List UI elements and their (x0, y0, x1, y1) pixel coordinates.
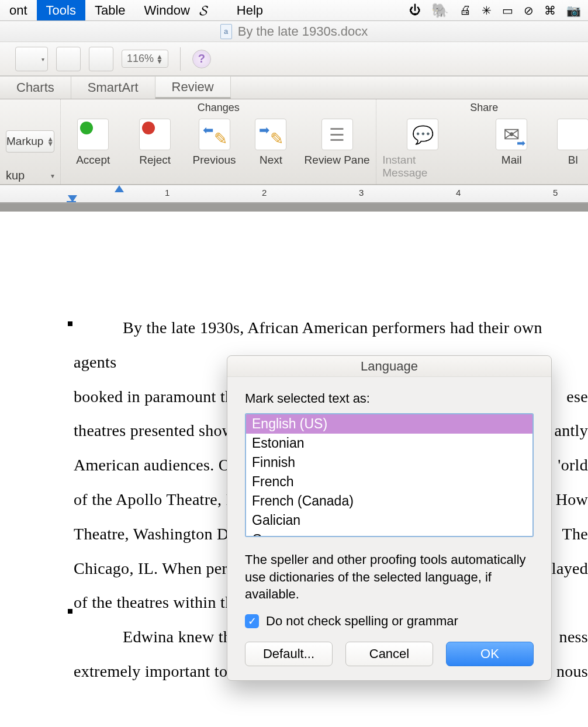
stepper-icon: ▲▼ (156, 54, 163, 64)
evernote-icon[interactable]: 🐘 (431, 2, 449, 19)
window-titlebar: a By the late 1930s.docx (0, 21, 588, 42)
display-icon[interactable]: ▭ (502, 4, 513, 18)
next-icon (255, 119, 286, 150)
ok-button[interactable]: OK (446, 642, 534, 666)
language-option[interactable]: Galician (246, 511, 532, 530)
checkbox-icon[interactable]: ✓ (245, 614, 259, 628)
doc-line: American audiences. O (74, 456, 230, 474)
language-option[interactable]: French (Canada) (246, 491, 532, 511)
group-title-share: Share (382, 102, 586, 114)
media-button[interactable] (89, 47, 113, 71)
tab-smartart[interactable]: SmartArt (71, 77, 155, 99)
horizontal-ruler[interactable]: 1 2 3 4 5 (0, 185, 588, 203)
script-icon[interactable]: 𝓢 (199, 2, 208, 18)
doc-line: 'orld (558, 448, 588, 483)
mail-label: Mail (501, 154, 522, 167)
language-listbox[interactable]: English (US) Estonian Finnish French Fre… (245, 413, 534, 537)
mail-button[interactable]: Mail (471, 119, 552, 179)
doc-line: of the theatres within the (74, 593, 241, 611)
sidebar-button[interactable] (56, 47, 81, 71)
quick-toolbar: 116% ▲▼ ? (0, 42, 588, 76)
doc-line: booked in paramount th (74, 387, 233, 406)
default-button[interactable]: Default... (245, 642, 333, 666)
zoom-value: 116% (127, 53, 154, 65)
previous-label: Previous (193, 154, 236, 167)
doc-line: layed (552, 552, 588, 586)
language-option[interactable]: French (246, 472, 532, 491)
layout-button[interactable] (15, 47, 48, 71)
ruler-label-3: 3 (359, 188, 364, 198)
power-icon[interactable]: ⏻ (409, 4, 421, 17)
zoom-selector[interactable]: 116% ▲▼ (122, 50, 168, 68)
markup-selector[interactable]: Markup ▲▼ (6, 130, 54, 153)
dialog-label: Mark selected text as: (245, 391, 534, 406)
menu-tools[interactable]: Tools (37, 0, 85, 20)
markup-label: Markup (6, 135, 43, 148)
menu-window[interactable]: Window (135, 0, 199, 20)
doc-line: Edwina knew tha (123, 628, 239, 646)
previous-button[interactable]: Previous (191, 119, 238, 167)
previous-icon (199, 119, 230, 150)
checkbox-label: Do not check spelling or grammar (266, 614, 458, 629)
doc-line: The (562, 517, 588, 552)
doc-line: theatres presented show (74, 421, 234, 439)
printer-icon[interactable]: 🖨 (459, 4, 471, 17)
instant-message-icon (407, 119, 438, 150)
reject-button[interactable]: Reject (129, 119, 181, 167)
changes-group: Changes Accept Reject Previous Next Revi… (61, 99, 376, 184)
blog-button[interactable]: Bl (560, 119, 586, 179)
command-icon[interactable]: ⌘ (544, 4, 556, 18)
cancel-button[interactable]: Cancel (345, 642, 433, 666)
share-group: Share Instant Message Mail Bl (376, 99, 588, 184)
instant-message-button[interactable]: Instant Message (382, 119, 463, 179)
ruler-label-2: 2 (262, 188, 267, 198)
menu-table[interactable]: Table (85, 0, 135, 20)
doc-line: antly (555, 414, 589, 448)
menu-help[interactable]: Help (227, 0, 272, 20)
block-icon[interactable]: ⊘ (524, 4, 534, 18)
toolbar-divider (180, 47, 181, 71)
ruler-label-4: 4 (456, 188, 461, 198)
menu-font[interactable]: ont (0, 0, 37, 20)
review-pane-button[interactable]: Review Pane (304, 119, 370, 167)
blog-icon (557, 119, 588, 150)
doc-line: nous (556, 655, 588, 689)
mac-menubar: ont Tools Table Window 𝓢 Help ⏻ 🐘 🖨 ✳ ▭ … (0, 0, 588, 21)
blog-label: Bl (568, 154, 578, 167)
help-button[interactable]: ? (192, 50, 211, 68)
accept-button[interactable]: Accept (67, 119, 119, 167)
review-pane-label: Review Pane (305, 154, 370, 167)
accept-icon (77, 119, 109, 150)
stepper-icon: ▲▼ (47, 137, 54, 146)
camera-icon[interactable]: 📷 (566, 4, 581, 18)
markup-options[interactable]: kup (6, 169, 54, 182)
accept-label: Accept (76, 154, 110, 167)
mail-icon (496, 119, 527, 150)
group-title-changes: Changes (67, 102, 370, 114)
first-line-indent-marker[interactable] (115, 185, 124, 192)
language-option[interactable]: English (US) (246, 414, 532, 434)
doc-line: How (556, 483, 588, 517)
doc-line: extremely important to (74, 662, 227, 680)
brightness-icon[interactable]: ✳ (482, 4, 492, 18)
dialog-title: Language (227, 356, 551, 377)
doc-line: ese (566, 380, 588, 414)
language-dialog: Language Mark selected text as: English … (227, 355, 552, 681)
reject-label: Reject (139, 154, 171, 167)
doc-line: Theatre, Washington DC (74, 525, 240, 543)
paragraph-bullet (68, 321, 72, 326)
reject-icon (139, 119, 171, 150)
markup-options-label: kup (6, 169, 25, 182)
status-icons: ⏻ 🐘 🖨 ✳ ▭ ⊘ ⌘ 📷 (409, 2, 588, 19)
tab-charts[interactable]: Charts (0, 77, 71, 99)
instant-message-label: Instant Message (382, 154, 463, 179)
language-option[interactable]: Finnish (246, 453, 532, 472)
file-icon: a (220, 24, 232, 39)
tab-review[interactable]: Review (155, 77, 231, 99)
checkbox-row[interactable]: ✓ Do not check spelling or grammar (245, 614, 534, 629)
language-option[interactable]: Estonian (246, 434, 532, 453)
ruler-label-1: 1 (165, 188, 170, 198)
next-button[interactable]: Next (247, 119, 295, 167)
language-option[interactable]: German (246, 530, 532, 537)
doc-line: Chicago, IL. When per (74, 559, 227, 577)
